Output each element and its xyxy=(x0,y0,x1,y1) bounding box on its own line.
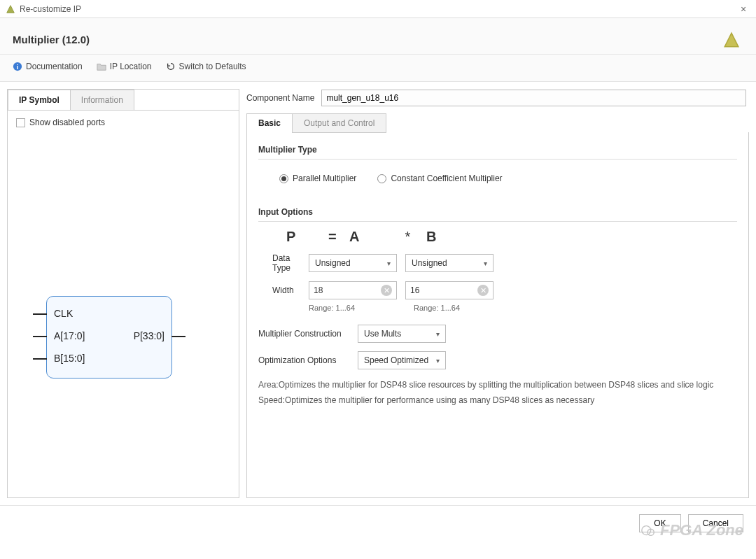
chevron-down-icon: ▾ xyxy=(436,330,440,338)
ip-symbol-diagram: CLK A[17:0] B[15:0] P[33:0] xyxy=(46,296,172,378)
watermark: FPGA Zone xyxy=(640,521,743,539)
config-tabs: Basic Output and Control xyxy=(246,113,749,133)
optimization-label: Optimization Options xyxy=(258,355,349,365)
speed-note: Speed:Optimizes the multiplier for perfo… xyxy=(258,393,737,409)
tab-basic[interactable]: Basic xyxy=(246,113,293,133)
app-icon xyxy=(6,4,15,14)
ip-location-link[interactable]: IP Location xyxy=(97,62,152,71)
multiplier-type-title: Multiplier Type xyxy=(258,145,737,155)
chevron-down-icon: ▾ xyxy=(436,357,440,365)
body: IP Symbol Information Show disabled port… xyxy=(0,82,756,505)
radio-constant-coefficient[interactable]: Constant Coefficient Multiplier xyxy=(377,174,502,183)
width-label: Width xyxy=(258,285,300,295)
component-name-input[interactable] xyxy=(321,90,746,106)
tab-information[interactable]: Information xyxy=(70,90,134,110)
close-icon[interactable]: × xyxy=(736,3,750,15)
header: Multiplier (12.0) xyxy=(0,18,756,55)
page-title: Multiplier (12.0) xyxy=(13,34,743,45)
port-a: A[17:0] xyxy=(54,330,85,341)
tab-ip-symbol[interactable]: IP Symbol xyxy=(8,90,71,110)
range-a: Range: 1...64 xyxy=(309,304,397,312)
left-tabs: IP Symbol Information xyxy=(8,90,239,111)
data-type-label: Data Type xyxy=(258,253,300,273)
chevron-down-icon: ▾ xyxy=(484,260,487,267)
titlebar: Re-customize IP × xyxy=(0,0,756,18)
basic-tab-content: Multiplier Type Parallel Multiplier Cons… xyxy=(246,132,749,498)
width-a-input[interactable]: 18 ✕ xyxy=(309,281,397,299)
toolbar: i Documentation IP Location Switch to De… xyxy=(0,55,756,82)
svg-text:i: i xyxy=(17,63,19,71)
left-panel: IP Symbol Information Show disabled port… xyxy=(7,89,239,498)
left-body: Show disabled ports CLK A[17:0] B[15:0] … xyxy=(8,111,239,496)
construction-select[interactable]: Use Mults ▾ xyxy=(358,325,446,343)
component-name-row: Component Name xyxy=(246,89,749,113)
radio-icon xyxy=(279,174,288,183)
info-icon: i xyxy=(13,62,22,71)
clear-icon[interactable]: ✕ xyxy=(477,285,489,296)
right-panel: Component Name Basic Output and Control … xyxy=(246,89,749,498)
port-clk: CLK xyxy=(54,308,73,319)
construction-label: Multiplier Construction xyxy=(258,329,349,339)
checkbox-icon xyxy=(16,118,25,127)
svg-point-2 xyxy=(642,526,651,535)
reset-icon xyxy=(166,62,176,71)
window-title: Re-customize IP xyxy=(20,4,736,14)
data-type-a-select[interactable]: Unsigned ▾ xyxy=(309,254,397,272)
area-note: Area:Optimizes the multiplier for DSP48 … xyxy=(258,378,737,393)
chevron-down-icon: ▾ xyxy=(387,260,391,267)
clear-icon[interactable]: ✕ xyxy=(381,285,392,296)
range-b: Range: 1...64 xyxy=(414,304,502,312)
port-p: P[33:0] xyxy=(134,330,164,341)
component-name-label: Component Name xyxy=(246,93,314,103)
port-b: B[15:0] xyxy=(54,353,85,364)
wechat-icon xyxy=(640,523,656,539)
switch-defaults-link[interactable]: Switch to Defaults xyxy=(166,62,246,71)
show-disabled-ports-checkbox[interactable]: Show disabled ports xyxy=(16,118,230,127)
tab-output-control[interactable]: Output and Control xyxy=(292,113,386,133)
folder-icon xyxy=(97,62,106,71)
equation-label: P=A*B xyxy=(258,229,737,245)
width-b-input[interactable]: 16 ✕ xyxy=(405,281,493,299)
input-options-title: Input Options xyxy=(258,207,737,217)
radio-parallel-multiplier[interactable]: Parallel Multiplier xyxy=(279,174,356,183)
vendor-logo-icon xyxy=(722,31,741,49)
data-type-b-select[interactable]: Unsigned ▾ xyxy=(405,254,493,272)
optimization-select[interactable]: Speed Optimized ▾ xyxy=(358,351,446,369)
documentation-link[interactable]: i Documentation xyxy=(13,62,83,71)
radio-icon xyxy=(377,174,386,183)
